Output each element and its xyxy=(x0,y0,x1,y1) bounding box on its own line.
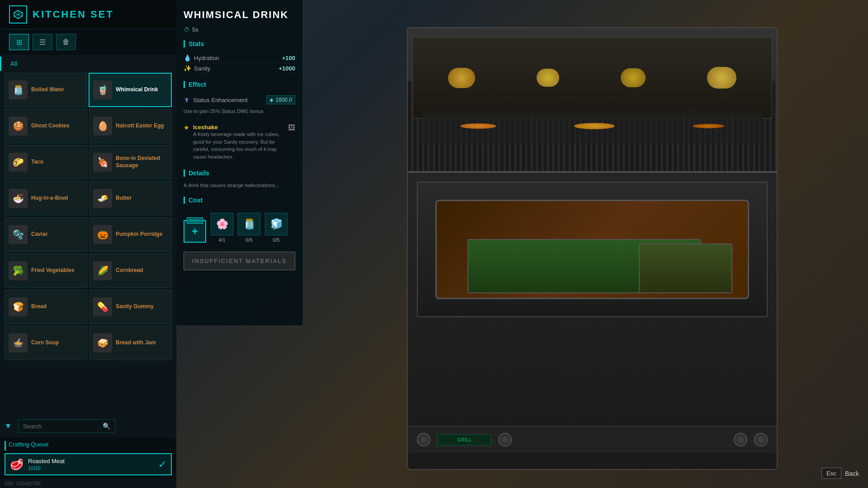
item-butter[interactable]: 🧈 Butter xyxy=(89,181,172,216)
tab-list[interactable]: ☰ xyxy=(33,34,52,50)
effect-section-header: Effect xyxy=(184,81,295,88)
item-icon-fried-vegetables: 🥦 xyxy=(9,261,28,280)
craft-button[interactable]: INSUFFICIENT MATERIALS xyxy=(184,252,295,270)
effect-description: Use to gain 25% Status DMG bonus. xyxy=(184,106,295,117)
detail-time: ⏱ 5s xyxy=(184,26,295,33)
plus-icon: + xyxy=(192,225,198,238)
search-input[interactable] xyxy=(23,423,99,430)
item-icon-bread: 🍞 xyxy=(9,297,28,316)
header-icon xyxy=(9,5,27,23)
search-submit-icon[interactable]: 🔍 xyxy=(103,422,110,430)
cost-item-jar[interactable]: 🫙 0/5 xyxy=(238,213,260,243)
item-name-cornbread: Cornbread xyxy=(116,267,143,274)
page-title: KITCHEN SET xyxy=(33,9,114,20)
image-icon: 🖼 xyxy=(288,124,295,132)
item-bread-jam[interactable]: 🥪 Bread with Jam xyxy=(89,326,172,360)
item-boiled-water[interactable]: 🫙 Boiled Water xyxy=(5,73,87,107)
stat-sanity-label: ✨ Sanity xyxy=(184,65,210,72)
item-sanity-gummy[interactable]: 💊 Sanity Gummy xyxy=(89,290,172,324)
iceshake-description: A frosty beverage made with ice cubes, g… xyxy=(193,131,284,160)
item-taco[interactable]: 🌮 Taco xyxy=(5,145,87,179)
item-name-butter: Butter xyxy=(116,195,132,202)
item-bread[interactable]: 🍞 Bread xyxy=(5,290,87,324)
item-pumpkin-porridge[interactable]: 🎃 Pumpkin Porridge xyxy=(89,217,172,252)
stat-hydration-label: 💧 Hydration xyxy=(184,54,219,61)
item-icon-hug-bowl: 🍜 xyxy=(9,189,28,208)
back-button-label[interactable]: Back xyxy=(845,470,859,477)
item-icon-cornbread: 🌽 xyxy=(93,261,112,280)
details-description: A drink that causes strange hallucinatio… xyxy=(184,182,295,189)
cost-item-ice[interactable]: 🧊 0/5 xyxy=(265,213,288,243)
item-icon-nalcott-easter-egg: 🥚 xyxy=(93,117,112,136)
item-name-whimsical-drink: Whimsical Drink xyxy=(116,86,158,94)
star-icon: ★ xyxy=(184,124,189,131)
item-row: 🌮 Taco 🍖 Bone-in Deviated Sausage xyxy=(5,145,172,179)
tab-bar: ⊞ ☰ 🗑 xyxy=(0,29,176,55)
item-bone-sausage[interactable]: 🍖 Bone-in Deviated Sausage xyxy=(89,145,172,179)
stat-sanity-value: +1000 xyxy=(278,65,295,72)
item-fried-vegetables[interactable]: 🥦 Fried Vegetables xyxy=(5,253,87,288)
item-caviar[interactable]: 🫧 Caviar xyxy=(5,217,87,252)
item-icon-corn-soup: 🍲 xyxy=(9,333,28,352)
crafting-item-icon: 🥩 xyxy=(10,458,24,471)
cost-item-flower[interactable]: 🌸 4/1 xyxy=(211,213,233,243)
oven-decoration: GRILL xyxy=(407,27,778,470)
sanity-icon: ✨ xyxy=(184,65,191,72)
filter-icon[interactable]: ▼ xyxy=(5,422,12,430)
stat-sanity: ✨ Sanity +1000 xyxy=(184,63,295,74)
esc-key-label[interactable]: Esc xyxy=(821,468,841,479)
item-icon-sanity-gummy: 💊 xyxy=(93,297,112,316)
detail-title: WHIMSICAL DRINK xyxy=(184,9,295,21)
item-name-bread-jam: Bread with Jam xyxy=(116,339,156,347)
item-name-fried-vegetables: Fried Vegetables xyxy=(31,267,74,274)
item-ghost-cookies[interactable]: 🍪 Ghost Cookies xyxy=(5,109,87,143)
item-row: 🍪 Ghost Cookies 🥚 Nalcott Easter Egg xyxy=(5,109,172,143)
item-icon-butter: 🧈 xyxy=(93,189,112,208)
section-all-label: All xyxy=(0,56,176,71)
item-icon-taco: 🌮 xyxy=(9,153,28,172)
crafting-item-name: Roasted Meat xyxy=(28,458,65,465)
cost-items-list: lection + 🌸 4/1 🫙 0/5 🧊 0/5 xyxy=(184,213,295,243)
item-name-taco: Taco xyxy=(31,159,43,166)
item-icon-pumpkin-porridge: 🎃 xyxy=(93,225,112,244)
cost-icon-selection: lection + xyxy=(184,220,206,243)
crafting-queue-item[interactable]: 🥩 Roasted Meat 10/10 ✓ xyxy=(5,453,172,475)
item-name-boiled-water: Boiled Water xyxy=(31,86,64,94)
item-icon-ghost-cookies: 🍪 xyxy=(9,117,28,136)
item-name-nalcott-easter-egg: Nalcott Easter Egg xyxy=(116,122,164,130)
item-name-corn-soup: Corn Soup xyxy=(31,339,59,347)
hydration-icon: 💧 xyxy=(184,54,191,61)
effect-status-row: 🗡 Status Enhancement ◈ 1800.0 xyxy=(184,94,295,106)
item-nalcott-easter-egg[interactable]: 🥚 Nalcott Easter Egg xyxy=(89,109,172,143)
cost-label-flower: 4/1 xyxy=(218,237,225,243)
cost-item-selection[interactable]: lection + xyxy=(184,220,206,243)
cost-section-header: Cost xyxy=(184,197,295,204)
cost-icon-jar: 🫙 xyxy=(238,213,260,235)
item-hug-bowl[interactable]: 🍜 Hug-in-a-Bowl xyxy=(5,181,87,216)
item-name-pumpkin-porridge: Pumpkin Porridge xyxy=(116,231,162,238)
item-cornbread[interactable]: 🌽 Cornbread xyxy=(89,253,172,288)
item-grid: 🫙 Boiled Water 🧋 Whimsical Drink 🍪 Ghost… xyxy=(0,73,176,415)
crafting-queue-section: Crafting Queue 🥩 Roasted Meat 10/10 ✓ xyxy=(0,437,176,479)
left-panel: KITCHEN SET ⊞ ☰ 🗑 All 🫙 Boiled Water 🧋 W… xyxy=(0,0,176,488)
selection-tag-label: lection xyxy=(187,217,203,224)
item-icon-bone-sausage: 🍖 xyxy=(93,153,112,172)
item-row: 🍞 Bread 💊 Sanity Gummy xyxy=(5,290,172,324)
cost-icon-ice: 🧊 xyxy=(265,213,288,235)
effect-block: 🗡 Status Enhancement ◈ 1800.0 Use to gai… xyxy=(184,94,295,117)
item-row: 🫧 Caviar 🎃 Pumpkin Porridge xyxy=(5,217,172,252)
item-corn-soup[interactable]: 🍲 Corn Soup xyxy=(5,326,87,360)
effect-value-label: ◈ 1800.0 xyxy=(266,95,295,104)
tab-grid[interactable]: ⊞ xyxy=(9,34,29,50)
search-row: ▼ 🔍 xyxy=(0,415,176,437)
item-name-ghost-cookies: Ghost Cookies xyxy=(31,122,70,130)
tab-delete[interactable]: 🗑 xyxy=(56,34,76,50)
oven-display: GRILL xyxy=(437,434,491,446)
cost-label-ice: 0/5 xyxy=(273,237,279,243)
item-icon-caviar: 🫧 xyxy=(9,225,28,244)
header: KITCHEN SET xyxy=(0,0,176,29)
stat-hydration-value: +100 xyxy=(282,55,295,61)
effect-currency-icon: ◈ xyxy=(269,97,274,103)
item-whimsical-drink[interactable]: 🧋 Whimsical Drink xyxy=(89,73,172,107)
item-row: 🍜 Hug-in-a-Bowl 🧈 Butter xyxy=(5,181,172,216)
